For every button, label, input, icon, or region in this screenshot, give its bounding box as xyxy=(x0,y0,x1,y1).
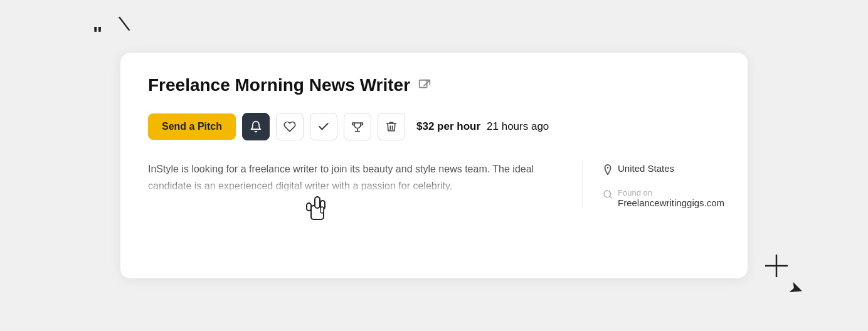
trophy-button[interactable] xyxy=(344,113,371,140)
heart-icon xyxy=(283,120,296,133)
location-text: United States xyxy=(618,163,674,174)
check-button[interactable] xyxy=(310,113,337,140)
bell-button[interactable] xyxy=(242,113,270,140)
job-description: InStyle is looking for a freelance write… xyxy=(148,160,557,194)
source-text-block: Found on Freelancewritinggigs.com xyxy=(618,188,724,208)
found-on-label: Found on xyxy=(618,188,724,197)
action-row: Send a Pitch xyxy=(148,113,720,140)
location-icon xyxy=(603,164,613,178)
external-link-icon[interactable] xyxy=(418,78,431,92)
svg-line-5 xyxy=(610,196,611,198)
job-title: Freelance Morning News Writer xyxy=(148,75,410,95)
send-pitch-button[interactable]: Send a Pitch xyxy=(148,113,236,140)
job-card: Freelance Morning News Writer Send a Pit… xyxy=(120,53,748,278)
heart-button[interactable] xyxy=(276,113,304,140)
source-name: Freelancewritinggigs.com xyxy=(618,197,724,208)
trash-button[interactable] xyxy=(378,113,405,140)
bell-icon xyxy=(250,120,262,133)
content-row: InStyle is looking for a freelance write… xyxy=(148,160,720,208)
source-item: Found on Freelancewritinggigs.com xyxy=(603,188,720,208)
price-tag: $32 per hour xyxy=(416,120,480,133)
deco-arrow: ➤ xyxy=(787,280,804,298)
deco-plus xyxy=(765,255,788,281)
deco-quote: " xyxy=(93,24,101,44)
time-ago: 21 hours ago xyxy=(487,120,549,133)
location-item: United States xyxy=(603,163,720,178)
trophy-icon xyxy=(351,120,364,133)
svg-point-3 xyxy=(607,167,609,169)
deco-leaf: ╲ xyxy=(119,17,129,31)
meta-panel: United States Found on Freelancewritingg… xyxy=(582,160,720,208)
trash-icon xyxy=(385,120,398,133)
title-row: Freelance Morning News Writer xyxy=(148,75,720,95)
search-icon xyxy=(603,189,613,202)
check-icon xyxy=(317,120,330,133)
